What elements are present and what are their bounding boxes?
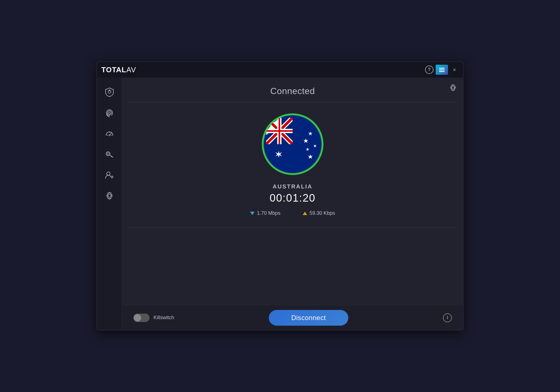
svg-point-15 (107, 172, 110, 175)
svg-rect-32 (266, 130, 293, 132)
main-layout: Connected (97, 78, 463, 330)
sidebar-item-protection[interactable] (101, 83, 118, 101)
sidebar-item-password[interactable] (101, 145, 118, 163)
svg-point-11 (107, 153, 109, 155)
gear-sidebar-icon (104, 191, 115, 201)
shield-icon (104, 87, 115, 97)
svg-line-14 (111, 156, 111, 157)
close-button[interactable]: × (450, 66, 459, 74)
sidebar-item-referral[interactable] (101, 166, 118, 184)
bars-icon (438, 66, 446, 74)
title-bar-actions: ? × (425, 65, 459, 75)
app-window: TOTAL AV ? × (97, 62, 463, 330)
logo-total: TOTAL (101, 66, 126, 74)
upload-speed-value: 59.30 Kbps (309, 210, 335, 216)
fingerprint-icon (104, 108, 115, 118)
add-user-icon (104, 170, 115, 180)
connection-timer: 00:01:20 (270, 192, 316, 204)
svg-point-18 (108, 194, 111, 197)
bottom-bar: Killswitch Disconnect i (122, 305, 463, 330)
download-arrow-icon (250, 212, 255, 215)
upload-speed: 59.30 Kbps (303, 210, 335, 216)
svg-point-10 (106, 152, 110, 156)
vpn-content-area: Connected (122, 78, 463, 330)
sidebar-item-performance[interactable] (101, 125, 118, 143)
svg-line-13 (112, 156, 112, 157)
info-button[interactable]: i (443, 313, 452, 322)
key-icon (104, 149, 115, 159)
killswitch-toggle[interactable] (133, 314, 150, 322)
sidebar (97, 78, 122, 330)
svg-rect-2 (439, 71, 445, 72)
svg-point-6 (109, 135, 110, 136)
download-speed-value: 1.70 Mbps (257, 210, 280, 216)
vpn-main: Connected (122, 78, 463, 305)
killswitch-container: Killswitch (133, 314, 174, 322)
sidebar-item-settings[interactable] (101, 187, 118, 205)
country-name: AUSTRALIA (273, 183, 313, 190)
speed-row: 1.70 Mbps 59.30 Kbps (250, 210, 335, 216)
bottom-separator (128, 227, 458, 228)
app-icon-bars[interactable] (436, 65, 448, 75)
country-flag[interactable] (262, 113, 323, 175)
app-logo: TOTAL AV (101, 66, 136, 74)
disconnect-button[interactable]: Disconnect (269, 310, 348, 326)
sidebar-item-identity[interactable] (101, 104, 118, 122)
download-speed: 1.70 Mbps (250, 210, 280, 216)
help-button[interactable]: ? (425, 66, 433, 74)
australia-flag-svg (263, 115, 322, 173)
svg-rect-0 (439, 68, 445, 69)
killswitch-label: Killswitch (153, 315, 174, 321)
upload-arrow-icon (303, 212, 307, 215)
settings-top-right-button[interactable] (447, 82, 459, 93)
top-separator (128, 102, 458, 102)
toggle-thumb (134, 314, 141, 321)
svg-rect-1 (439, 69, 445, 70)
speedometer-icon (104, 129, 115, 139)
logo-av: AV (126, 66, 136, 74)
svg-point-19 (452, 86, 454, 89)
connected-status: Connected (270, 86, 315, 96)
title-bar: TOTAL AV ? × (97, 62, 463, 78)
gear-icon (449, 83, 458, 92)
